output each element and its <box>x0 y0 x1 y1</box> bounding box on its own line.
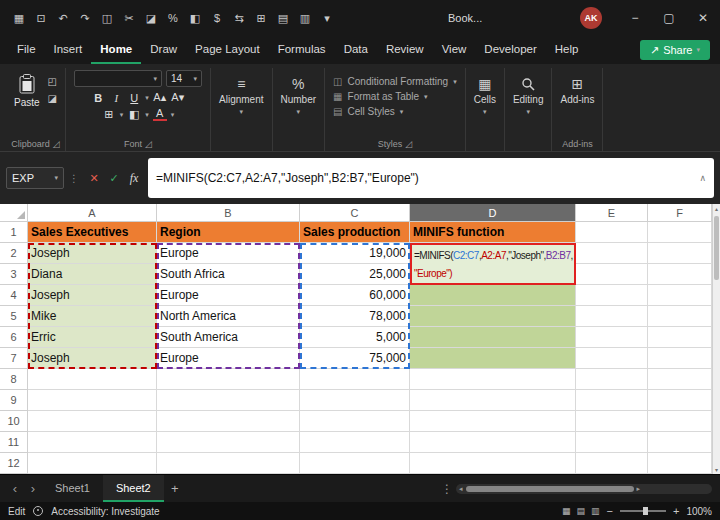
row-header-5[interactable]: 5 <box>0 306 28 327</box>
next-sheet-icon[interactable]: › <box>24 481 42 496</box>
cell-A10[interactable] <box>28 411 157 432</box>
cell-A6[interactable]: Erric <box>28 327 157 348</box>
clipboard-icon[interactable]: ◫ <box>96 12 118 25</box>
column-header-F[interactable]: F <box>648 204 712 222</box>
name-box[interactable]: EXP ▾ <box>6 167 64 189</box>
add-sheet-button[interactable]: + <box>164 481 186 496</box>
scroll-up-icon[interactable]: ▴ <box>713 205 720 212</box>
editing-button[interactable]: Editing ▾ <box>513 70 544 116</box>
save-icon[interactable]: ⊡ <box>30 12 52 25</box>
fill-color-icon[interactable]: ◧ <box>184 12 206 25</box>
cell-B6[interactable]: South America <box>157 327 300 348</box>
cell-D5[interactable] <box>410 306 576 327</box>
ribbon-tab-developer[interactable]: Developer <box>475 36 545 64</box>
column-header-C[interactable]: C <box>300 204 410 222</box>
cell-A8[interactable] <box>28 369 157 390</box>
cell-B5[interactable]: North America <box>157 306 300 327</box>
horizontal-scrollbar[interactable]: ◂ ▸ <box>456 484 712 494</box>
cell-styles-button[interactable]: ▤Cell Styles▾ <box>333 106 457 117</box>
cell-F12[interactable] <box>648 453 712 474</box>
cell-B4[interactable]: Europe <box>157 285 300 306</box>
share-button[interactable]: ↗ Share ▾ <box>640 40 710 60</box>
cell-C6[interactable]: 5,000 <box>300 327 410 348</box>
cell-C1[interactable]: Sales production <box>300 222 410 243</box>
cell-A4[interactable]: Joseph <box>28 285 157 306</box>
cell-B1[interactable]: Region <box>157 222 300 243</box>
maximize-button[interactable]: ▢ <box>652 0 686 36</box>
horizontal-scrollbar-thumb[interactable] <box>466 486 634 492</box>
cell-E1[interactable] <box>576 222 648 243</box>
cell-D9[interactable] <box>410 390 576 411</box>
row-header-1[interactable]: 1 <box>0 222 28 243</box>
cell-D1[interactable]: MINIFS function <box>410 222 576 243</box>
cell-F6[interactable] <box>648 327 712 348</box>
cell-D10[interactable] <box>410 411 576 432</box>
zoom-slider-thumb[interactable] <box>643 507 648 515</box>
row-header-11[interactable]: 11 <box>0 432 28 453</box>
cell-B12[interactable] <box>157 453 300 474</box>
page-break-preview-icon[interactable]: ▥ <box>591 506 600 516</box>
sheet-tab-sheet1[interactable]: Sheet1 <box>42 475 103 502</box>
paste-button[interactable]: Paste <box>14 70 40 108</box>
previous-sheet-icon[interactable]: ‹ <box>6 481 24 496</box>
cell-C9[interactable] <box>300 390 410 411</box>
scroll-down-icon[interactable]: ▾ <box>713 466 720 473</box>
enter-button[interactable]: ✓ <box>104 172 124 185</box>
cell-C2[interactable]: 19,000 <box>300 243 410 264</box>
cell-D7[interactable] <box>410 348 576 369</box>
increase-font-size-icon[interactable]: A▴ <box>153 91 167 104</box>
cell-D11[interactable] <box>410 432 576 453</box>
zoom-in-button[interactable]: + <box>673 505 679 517</box>
cell-B10[interactable] <box>157 411 300 432</box>
merge-center-icon[interactable]: ⇆ <box>228 12 250 25</box>
cell-F1[interactable] <box>648 222 712 243</box>
ribbon-tab-insert[interactable]: Insert <box>45 36 92 64</box>
cell-E3[interactable] <box>576 264 648 285</box>
cell-F7[interactable] <box>648 348 712 369</box>
ribbon-tab-home[interactable]: Home <box>91 36 141 64</box>
spreadsheet-grid[interactable]: ABCDEF1Sales ExecutivesRegionSales produ… <box>0 204 712 474</box>
dialog-launcher-icon[interactable]: ◿ <box>405 139 412 149</box>
currency-style-icon[interactable]: $ <box>206 12 228 24</box>
cell-A5[interactable]: Mike <box>28 306 157 327</box>
column-header-E[interactable]: E <box>576 204 648 222</box>
formula-input[interactable]: =MINIFS(C2:C7,A2:A7,"Joseph",B2:B7,"Euro… <box>148 158 714 198</box>
dialog-launcher-icon[interactable]: ◿ <box>53 139 60 149</box>
format-as-table-button[interactable]: ▦Format as Table▾ <box>333 91 457 102</box>
row-header-4[interactable]: 4 <box>0 285 28 306</box>
cut-icon[interactable]: ✂ <box>118 12 140 25</box>
cell-B11[interactable] <box>157 432 300 453</box>
row-header-3[interactable]: 3 <box>0 264 28 285</box>
cell-B3[interactable]: South Africa <box>157 264 300 285</box>
zoom-level[interactable]: 100% <box>686 506 712 517</box>
cell-D6[interactable] <box>410 327 576 348</box>
ribbon-tab-file[interactable]: File <box>8 36 45 64</box>
number-button[interactable]: % Number ▾ <box>281 70 317 116</box>
row-header-7[interactable]: 7 <box>0 348 28 369</box>
dialog-launcher-icon[interactable]: ◿ <box>145 139 152 149</box>
sheet-options-icon[interactable]: ⋮ <box>438 482 456 496</box>
cell-C8[interactable] <box>300 369 410 390</box>
cell-E4[interactable] <box>576 285 648 306</box>
cell-E7[interactable] <box>576 348 648 369</box>
cell-F9[interactable] <box>648 390 712 411</box>
page-layout-view-icon[interactable]: ▤ <box>577 506 586 516</box>
percent-style-icon[interactable]: % <box>162 12 184 24</box>
alignment-button[interactable]: ≡ Alignment ▾ <box>219 70 263 116</box>
insert-chart-icon[interactable]: ▥ <box>294 12 316 25</box>
cell-C5[interactable]: 78,000 <box>300 306 410 327</box>
cell-D12[interactable] <box>410 453 576 474</box>
ribbon-tab-review[interactable]: Review <box>377 36 433 64</box>
minimize-button[interactable]: − <box>618 0 652 36</box>
ribbon-tab-formulas[interactable]: Formulas <box>269 36 335 64</box>
copy-icon[interactable]: ◰ <box>48 76 57 87</box>
select-all-corner[interactable] <box>0 204 28 222</box>
borders-icon[interactable]: ⊞ <box>102 108 116 121</box>
conditional-formatting-button[interactable]: ◫Conditional Formatting▾ <box>333 76 457 87</box>
row-header-2[interactable]: 2 <box>0 243 28 264</box>
cell-A11[interactable] <box>28 432 157 453</box>
cell-E12[interactable] <box>576 453 648 474</box>
zoom-out-button[interactable]: − <box>607 505 613 517</box>
cell-D4[interactable] <box>410 285 576 306</box>
cell-E10[interactable] <box>576 411 648 432</box>
